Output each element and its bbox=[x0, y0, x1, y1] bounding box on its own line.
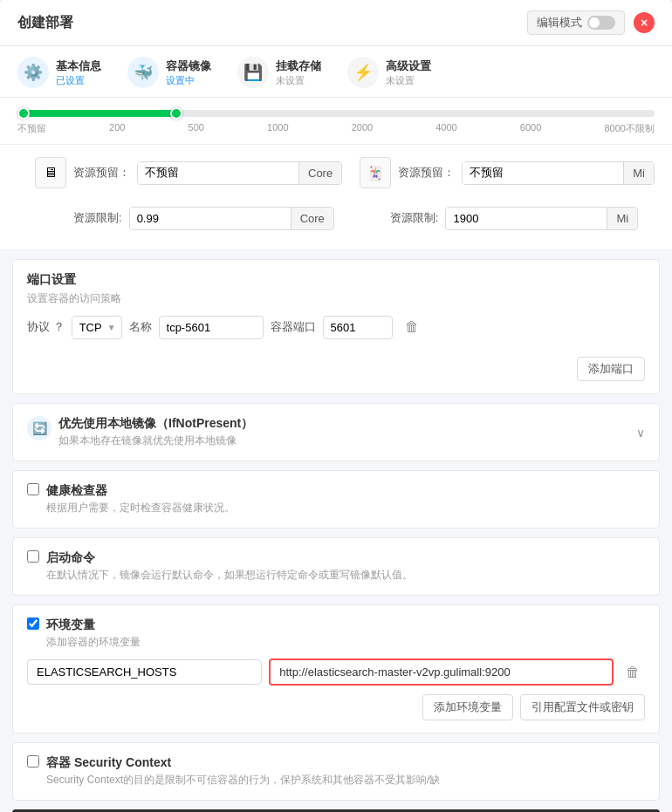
slider-fill bbox=[17, 110, 177, 117]
delete-env-button[interactable]: 🗑 bbox=[621, 660, 645, 685]
memory-limit-input[interactable] bbox=[446, 208, 607, 229]
env-actions: 添加环境变量 引用配置文件或密钥 bbox=[27, 694, 645, 720]
steps-bar: ⚙️ 基本信息 已设置 🐳 容器镜像 设置中 💾 挂载存储 未设置 ⚡ 高级设置 bbox=[0, 46, 672, 98]
slider-dot-right[interactable] bbox=[170, 107, 182, 119]
port-row: 协议 ？ TCP ▼ 名称 容器端口 🗑 bbox=[27, 315, 645, 339]
edit-mode-toggle[interactable] bbox=[587, 16, 615, 30]
port-section-header: 端口设置 bbox=[27, 272, 645, 288]
step-advanced-text: 高级设置 未设置 bbox=[386, 58, 431, 87]
protocol-select[interactable]: TCP bbox=[72, 317, 120, 338]
slider-track[interactable] bbox=[17, 110, 655, 117]
memory-reserve-group: 🃏 资源预留： Mi bbox=[360, 157, 655, 188]
step-storage-name: 挂载存储 bbox=[276, 58, 321, 74]
step-image[interactable]: 🐳 容器镜像 设置中 bbox=[127, 57, 211, 97]
slider-section: 不预留 200 500 1000 2000 4000 6000 8000不限制 bbox=[0, 98, 672, 145]
cpu-limit-input[interactable] bbox=[130, 208, 291, 229]
slider-labels: 不预留 200 500 1000 2000 4000 6000 8000不限制 bbox=[17, 122, 655, 135]
cpu-limit-label: 资源限制: bbox=[73, 210, 122, 226]
cpu-icon: 🖥 bbox=[35, 157, 66, 188]
modal-header: 创建部署 编辑模式 × bbox=[0, 0, 672, 46]
cpu-reserve-input[interactable] bbox=[138, 162, 298, 184]
port-section-title: 端口设置 bbox=[27, 272, 76, 288]
container-port-input[interactable] bbox=[323, 316, 393, 339]
cpu-limit-unit: Core bbox=[291, 208, 333, 229]
step-storage-icon: 💾 bbox=[237, 57, 269, 88]
image-pull-chevron[interactable]: ∨ bbox=[636, 426, 645, 440]
close-icon: × bbox=[641, 16, 648, 30]
step-advanced[interactable]: ⚡ 高级设置 未设置 bbox=[347, 57, 431, 97]
step-image-text: 容器镜像 设置中 bbox=[166, 58, 211, 87]
image-pull-header: 🔄 优先使用本地镜像（IfNotPresent） 如果本地存在镜像就优先使用本地… bbox=[27, 416, 645, 448]
slider-label-6: 6000 bbox=[520, 122, 541, 135]
port-name-input[interactable] bbox=[159, 316, 264, 339]
step-basic-status: 已设置 bbox=[56, 74, 101, 87]
env-key-input[interactable] bbox=[27, 659, 262, 685]
env-section: 环境变量 添加容器的环境变量 🗑 添加环境变量 引用配置文件或密钥 bbox=[12, 604, 660, 734]
health-check-title: 健康检查器 bbox=[46, 483, 235, 499]
step-image-name: 容器镜像 bbox=[166, 58, 211, 74]
protocol-label: 协议 ？ bbox=[27, 319, 65, 335]
health-check-header: 健康检查器 根据用户需要，定时检查容器健康状况。 bbox=[27, 483, 645, 515]
security-title: 容器 Security Context bbox=[46, 755, 440, 771]
protocol-select-wrapper: TCP ▼ bbox=[72, 316, 122, 339]
main-content: 端口设置 设置容器的访问策略 协议 ？ TCP ▼ 名称 容器端口 🗑 添加端口 bbox=[0, 250, 672, 812]
env-value-input[interactable] bbox=[269, 658, 614, 686]
cpu-limit-input-group: Core bbox=[129, 207, 334, 230]
env-section-texts: 环境变量 添加容器的环境变量 bbox=[46, 618, 141, 650]
image-pull-icon: 🔄 bbox=[27, 416, 51, 440]
startup-cmd-title: 启动命令 bbox=[46, 550, 413, 566]
port-section: 端口设置 设置容器的访问策略 协议 ？ TCP ▼ 名称 容器端口 🗑 添加端口 bbox=[12, 259, 660, 394]
step-basic-text: 基本信息 已设置 bbox=[56, 58, 101, 87]
step-basic[interactable]: ⚙️ 基本信息 已设置 bbox=[17, 57, 101, 97]
security-checkbox[interactable] bbox=[27, 755, 39, 768]
slider-dot-left[interactable] bbox=[17, 107, 30, 119]
delete-port-button[interactable]: 🗑 bbox=[400, 315, 424, 339]
memory-reserve-input[interactable] bbox=[463, 162, 623, 184]
env-row: 🗑 bbox=[27, 658, 645, 686]
slider-label-1: 200 bbox=[109, 122, 125, 135]
image-pull-texts: 优先使用本地镜像（IfNotPresent） 如果本地存在镜像就优先使用本地镜像 bbox=[58, 416, 253, 448]
slider-label-3: 1000 bbox=[267, 122, 288, 135]
health-check-section: 健康检查器 根据用户需要，定时检查容器健康状况。 bbox=[12, 470, 660, 529]
security-desc: Security Context的目的是限制不可信容器的行为，保护系统和其他容器… bbox=[46, 773, 440, 788]
import-config-button[interactable]: 引用配置文件或密钥 bbox=[520, 694, 645, 720]
step-image-status: 设置中 bbox=[166, 74, 211, 87]
startup-cmd-desc: 在默认情况下，镜像会运行默认命令，如果想运行特定命令或重写镜像默认值。 bbox=[46, 568, 413, 583]
memory-icon: 🃏 bbox=[360, 157, 391, 188]
resource-row-limit: 资源限制: Core 资源限制: Mi bbox=[17, 195, 655, 241]
step-storage[interactable]: 💾 挂载存储 未设置 bbox=[237, 57, 321, 97]
cpu-reserve-group: 🖥 资源预留： Core bbox=[35, 157, 342, 188]
security-texts: 容器 Security Context Security Context的目的是… bbox=[46, 755, 440, 788]
step-image-icon: 🐳 bbox=[127, 57, 159, 88]
startup-cmd-checkbox[interactable] bbox=[27, 550, 39, 563]
close-button[interactable]: × bbox=[634, 12, 655, 33]
container-port-label: 容器端口 bbox=[271, 319, 316, 335]
security-section: 容器 Security Context Security Context的目的是… bbox=[12, 742, 660, 801]
health-check-checkbox[interactable] bbox=[27, 483, 39, 495]
create-deployment-modal: 创建部署 编辑模式 × ⚙️ 基本信息 已设置 🐳 容器镜像 设置中 bbox=[0, 0, 672, 812]
image-pull-section: 🔄 优先使用本地镜像（IfNotPresent） 如果本地存在镜像就优先使用本地… bbox=[12, 403, 660, 461]
add-port-button[interactable]: 添加端口 bbox=[577, 357, 645, 381]
cpu-reserve-unit: Core bbox=[298, 162, 341, 184]
slider-label-7: 8000不限制 bbox=[604, 122, 654, 135]
add-env-button[interactable]: 添加环境变量 bbox=[422, 694, 513, 720]
image-pull-desc: 如果本地存在镜像就优先使用本地镜像 bbox=[58, 433, 253, 448]
step-storage-text: 挂载存储 未设置 bbox=[276, 58, 321, 87]
slider-label-4: 2000 bbox=[352, 122, 373, 135]
modal-title: 创建部署 bbox=[17, 14, 73, 32]
memory-reserve-input-group: Mi bbox=[462, 161, 655, 185]
resource-top: 🖥 资源预留： Core 🃏 资源预留： Mi 资源限制: bbox=[0, 145, 672, 250]
header-right: 编辑模式 × bbox=[527, 10, 655, 35]
startup-cmd-left: 启动命令 在默认情况下，镜像会运行默认命令，如果想运行特定命令或重写镜像默认值。 bbox=[27, 550, 413, 583]
add-port-wrapper: 添加端口 bbox=[27, 348, 645, 381]
step-advanced-icon: ⚡ bbox=[347, 57, 379, 88]
memory-limit-unit: Mi bbox=[607, 208, 637, 229]
slider-label-0: 不预留 bbox=[17, 122, 46, 135]
slider-label-5: 4000 bbox=[435, 122, 456, 135]
edit-mode-button[interactable]: 编辑模式 bbox=[527, 10, 625, 35]
step-advanced-status: 未设置 bbox=[386, 74, 431, 87]
env-checkbox[interactable] bbox=[27, 618, 39, 630]
security-left: 容器 Security Context Security Context的目的是… bbox=[27, 755, 440, 788]
port-section-desc: 设置容器的访问策略 bbox=[27, 291, 645, 306]
memory-limit-spacer bbox=[352, 202, 383, 234]
